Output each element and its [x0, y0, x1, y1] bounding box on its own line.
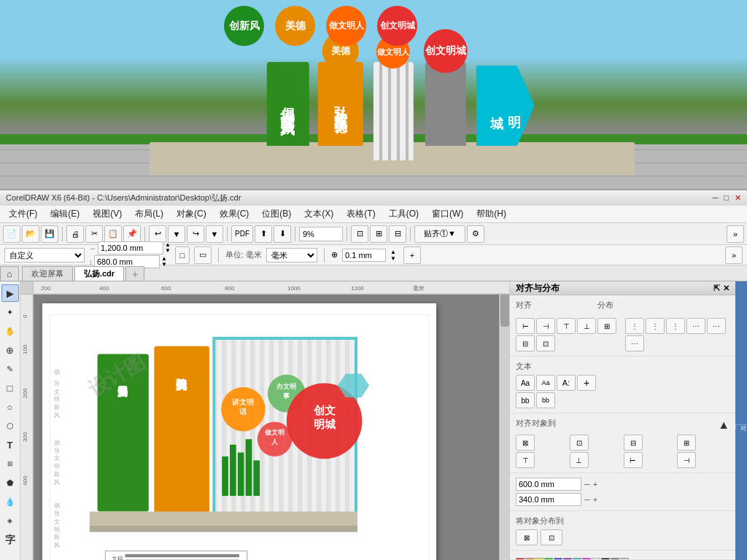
maximize-btn[interactable]: □ — [724, 193, 729, 203]
menu-help[interactable]: 帮助(H) — [471, 206, 512, 222]
home-tab[interactable]: ⌂ — [0, 266, 19, 281]
right-icon-2[interactable]: 齐 — [735, 417, 738, 425]
welcome-tab[interactable]: 欢迎屏幕 — [22, 266, 73, 281]
dist-center-h-btn[interactable]: ⋮ — [646, 318, 665, 334]
vertical-scrollbar[interactable] — [499, 281, 509, 560]
menu-object[interactable]: 对象(C) — [171, 206, 212, 222]
size-height-input[interactable] — [516, 493, 581, 506]
polygon-tool[interactable]: ⬡ — [1, 417, 19, 435]
nudge-input[interactable] — [342, 249, 386, 262]
redo-drop[interactable]: ▼ — [206, 225, 223, 243]
freehand-tool[interactable]: ✎ — [1, 360, 19, 378]
menu-window[interactable]: 窗口(W) — [426, 206, 469, 222]
menu-table[interactable]: 表格(T) — [341, 206, 381, 222]
align-to-8[interactable]: ⊣ — [677, 452, 696, 468]
select-tool[interactable]: ▶ — [1, 284, 19, 302]
zoom-view-btn[interactable]: ⊡ — [351, 225, 368, 243]
interactive-tool[interactable]: ◈ — [1, 512, 19, 529]
align-bottom-btn[interactable]: ⊟ — [516, 335, 535, 351]
align-right-btn[interactable]: ⊤ — [557, 318, 576, 334]
dist-top-btn[interactable]: ⋯ — [686, 318, 705, 334]
document-tab[interactable]: 弘扬.cdr — [74, 266, 124, 281]
add-tab-btn[interactable]: + — [125, 266, 144, 281]
align-to-4[interactable]: ⊞ — [677, 435, 696, 451]
document-canvas[interactable]: 设计图 倡 导 文 明 新 风 倡 导 文 明 新 风 倡 导 文 — [42, 303, 436, 560]
dist-right-btn[interactable]: ⋮ — [666, 318, 685, 334]
unit-dropdown[interactable]: 毫米 — [266, 248, 317, 262]
fill-tool[interactable]: ⬟ — [1, 474, 19, 491]
paste-btn[interactable]: 📌 — [123, 225, 141, 243]
align-center-h-btn[interactable]: ⊣ — [536, 318, 555, 334]
align-to-triangle[interactable]: ▲ — [718, 419, 729, 432]
minimize-btn[interactable]: ─ — [713, 193, 719, 203]
new-btn[interactable]: 📄 — [3, 225, 20, 243]
dist-left-btn[interactable]: ⋮ — [625, 318, 644, 334]
shape-tool[interactable]: ✦ — [1, 303, 19, 321]
menu-file[interactable]: 文件(F) — [3, 206, 43, 222]
orientation-land-btn[interactable]: ▭ — [194, 246, 212, 264]
width-input[interactable] — [98, 241, 163, 254]
undo-drop[interactable]: ▼ — [168, 225, 185, 243]
dist-bottom-btn[interactable]: ⋯ — [625, 335, 644, 351]
align-center-v-btn[interactable]: ⊞ — [597, 318, 616, 334]
text-aa-btn[interactable]: Aa — [516, 375, 535, 391]
align-top-btn[interactable]: ⊥ — [577, 318, 596, 334]
preset-dropdown[interactable]: 自定义 — [4, 248, 85, 262]
menu-bitmap[interactable]: 位图(B) — [256, 206, 297, 222]
more-btn[interactable]: » — [727, 225, 744, 243]
cut-btn[interactable]: ✂ — [85, 225, 103, 243]
text-aa2-btn[interactable]: Aa — [536, 375, 555, 391]
rectangle-tool[interactable]: □ — [1, 379, 19, 397]
settings-btn[interactable]: ⚙ — [467, 225, 484, 243]
align-to-5[interactable]: ⊤ — [516, 452, 535, 468]
menu-tools[interactable]: 工具(O) — [383, 206, 425, 222]
dist-to-2[interactable]: ⊡ — [541, 529, 562, 545]
align-page-btn[interactable]: ⊡ — [536, 335, 555, 351]
char-tool[interactable]: 字 — [5, 534, 15, 547]
size-width-input[interactable] — [516, 478, 581, 491]
publish-btn[interactable]: ⬇ — [274, 225, 291, 243]
canvas-area[interactable]: 200 400 600 800 1000 1200 毫米 0 100 200 3… — [20, 281, 509, 560]
table-tool[interactable]: ⊞ — [1, 455, 19, 472]
more-prop-btn[interactable]: » — [725, 246, 743, 264]
print-btn[interactable]: 🖨 — [66, 225, 84, 243]
zoom-input[interactable] — [299, 227, 343, 241]
orientation-btn[interactable]: □ — [175, 246, 190, 264]
ruler-btn[interactable]: ⊟ — [389, 225, 406, 243]
text-a-btn[interactable]: A: — [557, 375, 576, 391]
snap-btn[interactable]: 贴齐①▼ — [414, 225, 465, 243]
text-plus-btn[interactable]: + — [577, 375, 596, 391]
eyedropper-tool[interactable]: 💧 — [1, 493, 19, 510]
menu-view[interactable]: 视图(V) — [87, 206, 128, 222]
import-btn[interactable]: PDF — [231, 225, 253, 243]
add-page-btn[interactable]: + — [403, 246, 421, 264]
panel-detach-btn[interactable]: ⇱ — [713, 284, 720, 293]
redo-btn[interactable]: ↪ — [187, 225, 204, 243]
zoom-tool[interactable]: ⊕ — [1, 341, 19, 359]
pan-tool[interactable]: ✋ — [1, 322, 19, 340]
align-to-2[interactable]: ⊡ — [570, 435, 589, 451]
save-btn[interactable]: 💾 — [41, 225, 58, 243]
menu-layout[interactable]: 布局(L) — [129, 206, 169, 222]
ellipse-tool[interactable]: ○ — [1, 398, 19, 416]
dist-to-1[interactable]: ⊠ — [516, 529, 538, 545]
align-to-3[interactable]: ⊟ — [624, 435, 643, 451]
text-bb-btn[interactable]: bb — [516, 392, 535, 408]
menu-edit[interactable]: 编辑(E) — [44, 206, 85, 222]
right-icon-1[interactable]: 对 — [738, 417, 747, 425]
dist-center-v-btn[interactable]: ⋯ — [707, 318, 726, 334]
align-to-7[interactable]: ⊢ — [624, 452, 643, 468]
copy-btn[interactable]: 📋 — [104, 225, 122, 243]
undo-btn[interactable]: ↩ — [149, 225, 166, 243]
panel-close-btn[interactable]: ✕ — [723, 284, 729, 293]
align-left-btn[interactable]: ⊢ — [516, 318, 535, 334]
open-btn[interactable]: 📂 — [22, 225, 39, 243]
grid-btn[interactable]: ⊞ — [370, 225, 387, 243]
export-btn[interactable]: ⬆ — [255, 225, 272, 243]
align-to-1[interactable]: ⊠ — [516, 435, 535, 451]
text-tool[interactable]: T — [1, 436, 19, 454]
menu-effect[interactable]: 效果(C) — [214, 206, 255, 222]
align-to-6[interactable]: ⊥ — [570, 452, 589, 468]
text-bb2-btn[interactable]: bb — [536, 392, 555, 408]
close-btn[interactable]: ✕ — [735, 193, 741, 203]
